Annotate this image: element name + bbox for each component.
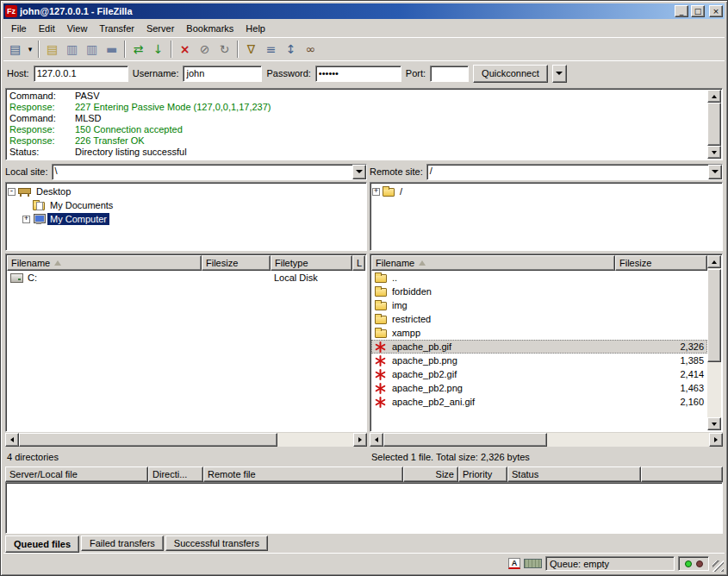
column-header-status[interactable]: Status bbox=[507, 466, 641, 482]
scroll-thumb[interactable] bbox=[707, 103, 721, 146]
combo-dropdown-button[interactable] bbox=[352, 165, 366, 179]
file-row[interactable]: apache_pb.png 1,385 bbox=[371, 354, 707, 367]
menu-transfer[interactable]: Transfer bbox=[93, 21, 140, 36]
scroll-up-button[interactable] bbox=[707, 255, 721, 268]
quickconnect-button[interactable]: Quickconnect bbox=[473, 65, 548, 83]
column-label: Filesize bbox=[619, 258, 651, 268]
column-header-size[interactable]: Size bbox=[403, 466, 458, 482]
password-input[interactable] bbox=[315, 66, 401, 82]
scroll-up-button[interactable] bbox=[707, 90, 721, 103]
find-files-button[interactable]: ∞ bbox=[301, 40, 320, 59]
site-manager-button[interactable]: ▤ bbox=[5, 40, 25, 59]
toggle-remote-tree-button[interactable]: ▥ bbox=[82, 40, 102, 59]
file-row-selected[interactable]: apache_pb.gif 2,326 bbox=[371, 340, 707, 354]
file-row[interactable]: restricted bbox=[371, 312, 707, 326]
cancel-button[interactable]: × bbox=[175, 40, 195, 59]
scroll-thumb[interactable] bbox=[383, 433, 547, 447]
refresh-icon: ⇄ bbox=[134, 43, 144, 55]
speed-limits-icon[interactable] bbox=[524, 559, 542, 568]
send-led-icon bbox=[696, 560, 703, 567]
tree-item-my-documents[interactable]: My Documents bbox=[8, 198, 364, 212]
tab-queued-files[interactable]: Queued files bbox=[5, 535, 79, 553]
file-row[interactable]: xampp bbox=[371, 326, 707, 340]
log-label: Response: bbox=[9, 124, 75, 135]
tree-item-root[interactable]: + / bbox=[372, 185, 720, 198]
column-header-last-modified[interactable]: L bbox=[352, 255, 365, 271]
tab-failed-transfers[interactable]: Failed transfers bbox=[81, 535, 164, 551]
reconnect-button[interactable]: ↻ bbox=[215, 40, 234, 59]
column-label: Size bbox=[436, 469, 454, 479]
menu-file[interactable]: File bbox=[5, 21, 33, 36]
menu-view[interactable]: View bbox=[61, 21, 94, 36]
menu-bookmarks[interactable]: Bookmarks bbox=[180, 21, 240, 36]
local-site-combo[interactable]: \ bbox=[52, 164, 367, 180]
file-name: apache_pb.png bbox=[392, 355, 457, 366]
scroll-down-button[interactable] bbox=[707, 417, 721, 430]
file-row[interactable]: apache_pb2.gif 2,414 bbox=[371, 367, 707, 381]
image-file-icon bbox=[375, 397, 386, 408]
column-header-filetype[interactable]: Filetype bbox=[271, 255, 352, 271]
directory-comparison-button[interactable]: ≡ bbox=[261, 40, 281, 59]
scroll-thumb[interactable] bbox=[19, 433, 277, 447]
port-input[interactable] bbox=[430, 66, 469, 82]
expand-icon[interactable]: + bbox=[372, 188, 380, 196]
combo-dropdown-button[interactable] bbox=[708, 165, 722, 179]
disconnect-button[interactable]: ⊘ bbox=[195, 40, 215, 59]
column-header-direction[interactable]: Directi... bbox=[148, 466, 203, 482]
data-type-indicator-icon[interactable]: A bbox=[508, 558, 520, 569]
column-header-filename[interactable]: Filename bbox=[371, 255, 615, 271]
toggle-local-tree-button[interactable]: ▥ bbox=[62, 40, 82, 59]
file-row[interactable]: C: Local Disk bbox=[7, 271, 365, 285]
scroll-left-button[interactable] bbox=[5, 433, 19, 447]
column-label: Priority bbox=[463, 469, 492, 479]
host-input[interactable] bbox=[34, 66, 128, 82]
file-name: apache_pb2_ani.gif bbox=[392, 397, 475, 407]
expand-icon[interactable]: + bbox=[22, 216, 30, 223]
menu-edit[interactable]: Edit bbox=[33, 21, 61, 36]
arrow-right-icon bbox=[714, 437, 718, 442]
refresh-button[interactable]: ⇄ bbox=[128, 40, 148, 59]
file-row[interactable]: forbidden bbox=[371, 285, 707, 298]
collapse-icon[interactable]: - bbox=[8, 188, 16, 196]
quickconnect-dropdown-button[interactable] bbox=[552, 65, 567, 83]
file-row[interactable]: .. bbox=[371, 271, 707, 285]
log-label: Command: bbox=[9, 91, 75, 102]
column-header-filename[interactable]: Filename bbox=[7, 255, 202, 271]
maximize-button[interactable]: □ bbox=[691, 5, 705, 17]
column-header-remote-file[interactable]: Remote file bbox=[203, 466, 403, 482]
close-button[interactable]: × bbox=[709, 5, 723, 17]
tree-item-desktop[interactable]: - Desktop bbox=[8, 185, 364, 198]
resize-grip[interactable] bbox=[712, 560, 724, 572]
scroll-right-button[interactable] bbox=[709, 433, 723, 447]
column-header-filesize[interactable]: Filesize bbox=[615, 255, 707, 271]
file-row[interactable]: img bbox=[371, 298, 707, 312]
scroll-left-button[interactable] bbox=[370, 433, 383, 447]
arrow-right-icon bbox=[358, 437, 362, 442]
column-header-priority[interactable]: Priority bbox=[458, 466, 507, 482]
local-horizontal-scrollbar[interactable] bbox=[5, 433, 367, 447]
scroll-right-button[interactable] bbox=[353, 433, 367, 447]
menu-help[interactable]: Help bbox=[240, 21, 271, 36]
file-row[interactable]: apache_pb2_ani.gif 2,160 bbox=[371, 395, 707, 409]
tree-item-my-computer[interactable]: + My Computer bbox=[8, 212, 364, 226]
scroll-down-button[interactable] bbox=[707, 146, 721, 159]
tab-successful-transfers[interactable]: Successful transfers bbox=[165, 535, 268, 551]
site-manager-dropdown-button[interactable]: ▾ bbox=[25, 40, 35, 59]
toggle-queue-button[interactable]: ▬ bbox=[102, 40, 121, 59]
remote-site-combo[interactable]: / bbox=[426, 164, 723, 180]
username-input[interactable] bbox=[183, 66, 262, 82]
filter-button[interactable]: ∇ bbox=[241, 40, 261, 59]
file-name: apache_pb2.png bbox=[392, 383, 463, 393]
sync-browsing-button[interactable]: ↕ bbox=[281, 40, 301, 59]
column-header-server-local-file[interactable]: Server/Local file bbox=[5, 466, 148, 482]
menu-server[interactable]: Server bbox=[140, 21, 180, 36]
minimize-button[interactable]: _ bbox=[675, 5, 688, 17]
log-scrollbar[interactable] bbox=[707, 90, 721, 159]
remote-horizontal-scrollbar[interactable] bbox=[370, 433, 723, 447]
scroll-thumb[interactable] bbox=[707, 269, 721, 362]
remote-vertical-scrollbar[interactable] bbox=[707, 255, 721, 430]
toggle-message-log-button[interactable]: ▤ bbox=[42, 40, 62, 59]
file-row[interactable]: apache_pb2.png 1,463 bbox=[371, 381, 707, 395]
column-header-filesize[interactable]: Filesize bbox=[202, 255, 271, 271]
process-queue-button[interactable]: ↓ bbox=[148, 40, 168, 59]
